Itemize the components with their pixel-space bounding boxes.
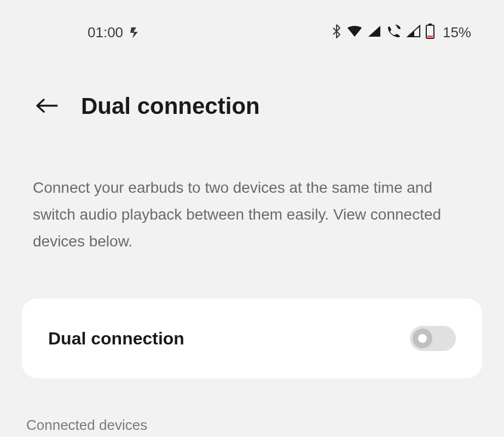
status-right: 15% (331, 24, 471, 41)
battery-icon (425, 24, 435, 41)
bluetooth-icon (331, 24, 342, 41)
svg-rect-2 (427, 36, 433, 37)
status-time: 01:00 (88, 24, 123, 41)
dual-connection-toggle[interactable] (410, 326, 456, 351)
page-title: Dual connection (81, 93, 260, 119)
dual-connection-card[interactable]: Dual connection (22, 298, 482, 378)
charging-icon (130, 26, 140, 38)
toggle-knob (413, 329, 432, 348)
battery-percent: 15% (443, 24, 471, 41)
signal-icon (367, 25, 381, 40)
wifi-calling-icon (386, 24, 402, 41)
signal-2-icon (407, 25, 421, 40)
wifi-icon (346, 25, 363, 40)
page-description: Connect your earbuds to two devices at t… (0, 141, 504, 277)
arrow-left-icon (35, 97, 59, 116)
toggle-label: Dual connection (48, 329, 184, 349)
page-header: Dual connection (0, 49, 504, 141)
connected-devices-header: Connected devices (0, 378, 504, 434)
back-button[interactable] (33, 95, 61, 118)
status-left: 01:00 (88, 24, 140, 41)
status-bar: 01:00 (0, 0, 504, 49)
